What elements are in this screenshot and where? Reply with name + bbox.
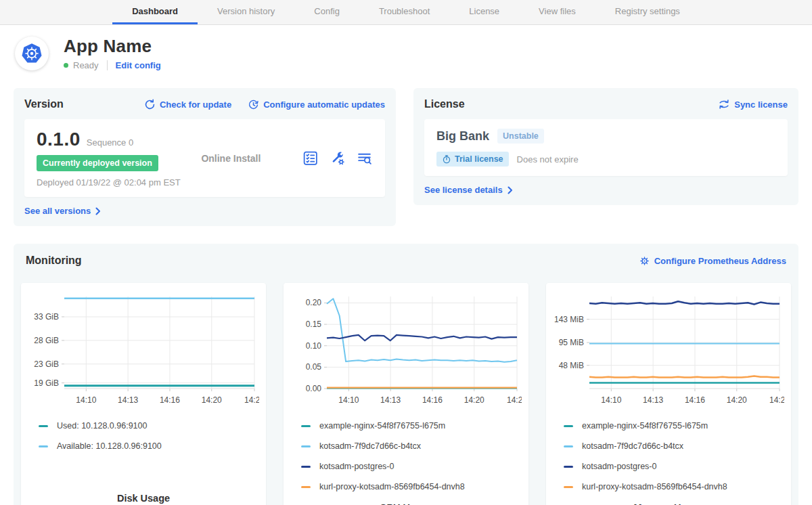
check-for-update-label: Check for update [160, 100, 231, 110]
legend-label: kurl-proxy-kotsadm-8569fb6454-dnvh8 [582, 482, 727, 491]
svg-text:14:20: 14:20 [727, 395, 747, 405]
svg-text:14:13: 14:13 [118, 395, 138, 405]
legend-color-dash [39, 425, 48, 427]
top-nav: DashboardVersion historyConfigTroublesho… [0, 0, 812, 25]
svg-text:48 MiB: 48 MiB [559, 361, 584, 370]
status-dot [64, 63, 68, 68]
svg-text:14:10: 14:10 [338, 395, 359, 405]
chart-plot-svg: 14:1014:1314:1614:2014:230.000.050.100.1… [290, 291, 522, 408]
legend-color-dash [564, 466, 573, 468]
version-card-title: Version [24, 98, 64, 110]
sequence-label: Sequence 0 [87, 137, 133, 148]
sync-license-label: Sync license [734, 100, 788, 110]
legend-label: Available: 10.128.0.96:9100 [57, 441, 162, 451]
tab-registry-settings[interactable]: Registry settings [595, 0, 700, 24]
sync-arrows-icon [718, 99, 730, 110]
sync-license-link[interactable]: Sync license [718, 99, 788, 110]
license-card-title: License [424, 98, 465, 110]
svg-text:95 MiB: 95 MiB [559, 338, 584, 347]
svg-text:14:23: 14:23 [507, 395, 522, 405]
legend-item: example-nginx-54f8f76755-l675m [301, 421, 522, 431]
legend-item: kotsadm-7f9dc7d66c-b4tcx [301, 441, 522, 451]
svg-text:14:13: 14:13 [643, 395, 663, 405]
configure-prometheus-link[interactable]: Configure Prometheus Address [639, 255, 786, 267]
svg-text:0.05: 0.05 [306, 362, 322, 372]
memory-usage-plot: 14:1014:1314:1614:2014:2348 MiB95 MiB143… [553, 291, 784, 408]
tab-troubleshoot[interactable]: Troubleshoot [359, 0, 449, 24]
cpu-usage-legend: example-nginx-54f8f76755-l675mkotsadm-7f… [290, 410, 522, 491]
legend-label: kurl-proxy-kotsadm-8569fb6454-dnvh8 [319, 482, 465, 491]
configure-prometheus-label: Configure Prometheus Address [654, 256, 786, 266]
chart-title: Disk Usage [28, 482, 259, 504]
legend-color-dash [301, 486, 311, 488]
svg-text:0.00: 0.00 [306, 384, 322, 393]
svg-text:14:16: 14:16 [160, 395, 180, 405]
channel-badge: Unstable [497, 129, 544, 144]
svg-text:143 MiB: 143 MiB [554, 315, 584, 324]
svg-text:14:20: 14:20 [202, 395, 222, 405]
legend-color-dash [564, 445, 573, 447]
app-status-text: Ready [73, 60, 99, 70]
check-for-update-link[interactable]: Check for update [144, 99, 231, 110]
see-license-details-label: See license details [424, 185, 503, 195]
disk-usage-legend: Used: 10.128.0.96:9100Available: 10.128.… [28, 410, 259, 451]
tab-dashboard[interactable]: Dashboard [112, 0, 198, 24]
see-license-details-link[interactable]: See license details [424, 185, 513, 195]
monitoring-title: Monitoring [26, 255, 82, 267]
version-card: Version Check for update [14, 88, 396, 226]
disk-usage-plot: 14:1014:1314:1614:2014:2319 GiB23 GiB28 … [28, 291, 259, 408]
tab-config[interactable]: Config [294, 0, 359, 24]
legend-item: kotsadm-postgres-0 [301, 462, 522, 471]
preflight-checklist-icon[interactable] [302, 150, 319, 167]
svg-text:14:10: 14:10 [76, 395, 96, 405]
legend-color-dash [301, 466, 311, 468]
install-type-label: Online Install [201, 153, 261, 164]
configure-automatic-updates-link[interactable]: Configure automatic updates [248, 99, 385, 110]
legend-item: Used: 10.128.0.96:9100 [39, 421, 259, 431]
legend-item: kurl-proxy-kotsadm-8569fb6454-dnvh8 [564, 482, 784, 491]
legend-label: kotsadm-7f9dc7d66c-b4tcx [582, 441, 683, 451]
refresh-icon [144, 99, 156, 110]
chevron-right-icon [95, 207, 101, 215]
legend-color-dash [564, 425, 573, 427]
legend-item: example-nginx-54f8f76755-l675m [564, 421, 784, 431]
kubernetes-wheel-icon [18, 39, 46, 68]
svg-text:33 GiB: 33 GiB [34, 312, 59, 322]
app-header: App Name Ready Edit config [0, 25, 812, 79]
chart-plot-svg: 14:1014:1314:1614:2014:2348 MiB95 MiB143… [553, 291, 784, 408]
legend-color-dash [301, 445, 311, 447]
deployed-timestamp: Deployed 01/19/22 @ 02:04 pm EST [37, 177, 181, 188]
page-title: App Name [64, 36, 161, 56]
legend-label: example-nginx-54f8f76755-l675m [319, 421, 445, 431]
expiry-text: Does not expire [517, 154, 579, 164]
legend-item: kurl-proxy-kotsadm-8569fb6454-dnvh8 [301, 482, 522, 491]
cards-row: Version Check for update [0, 88, 812, 226]
cpu-usage-plot: 14:1014:1314:1614:2014:230.000.050.100.1… [290, 291, 522, 408]
tab-license[interactable]: License [449, 0, 519, 24]
legend-label: kotsadm-7f9dc7d66c-b4tcx [319, 441, 421, 451]
legend-item: Available: 10.128.0.96:9100 [39, 441, 259, 451]
chart-plot-svg: 14:1014:1314:1614:2014:2319 GiB23 GiB28 … [28, 291, 259, 408]
tab-version-history[interactable]: Version history [198, 0, 294, 24]
deploy-logs-search-icon[interactable] [356, 150, 373, 167]
disk-usage-chart-card: 14:1014:1314:1614:2014:2319 GiB23 GiB28 … [21, 283, 266, 505]
legend-label: example-nginx-54f8f76755-l675m [582, 421, 708, 431]
svg-text:14:16: 14:16 [685, 395, 705, 405]
config-wrench-gear-icon[interactable] [329, 150, 346, 167]
legend-label: Used: 10.128.0.96:9100 [57, 421, 147, 431]
chart-title: Memory Usage [553, 491, 784, 505]
app-logo [15, 37, 49, 70]
svg-text:14:10: 14:10 [601, 395, 621, 405]
trial-license-label: Trial license [455, 154, 503, 164]
svg-text:19 GiB: 19 GiB [34, 378, 59, 388]
configure-automatic-updates-label: Configure automatic updates [263, 100, 385, 110]
stopwatch-icon [442, 154, 451, 164]
svg-text:14:20: 14:20 [464, 395, 484, 405]
legend-color-dash [564, 486, 573, 488]
edit-config-link[interactable]: Edit config [116, 60, 161, 70]
tab-view-files[interactable]: View files [519, 0, 595, 24]
gear-icon [639, 255, 650, 267]
svg-text:14:16: 14:16 [422, 395, 443, 405]
legend-color-dash [301, 425, 311, 427]
see-all-versions-link[interactable]: See all versions [24, 206, 101, 216]
